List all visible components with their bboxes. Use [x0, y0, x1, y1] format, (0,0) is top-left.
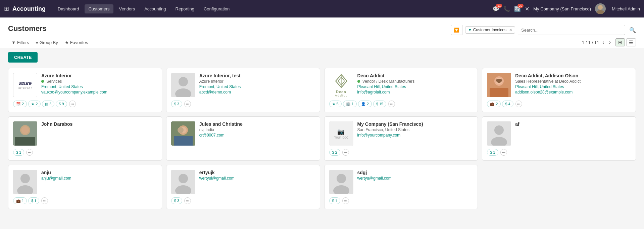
tag[interactable]: $ 1 — [329, 197, 340, 204]
favorites-btn[interactable]: ★ Favorites — [61, 39, 91, 46]
user-avatar[interactable] — [595, 3, 606, 14]
nav-customers[interactable]: Customers — [85, 4, 114, 13]
svg-point-20 — [494, 125, 504, 135]
card-info: My Company (San Francisco) San Francisco… — [357, 121, 473, 139]
tag[interactable]: $ 9 — [56, 101, 67, 107]
customer-card[interactable]: Deco Addict Deco Addict Vendor / Desk Ma… — [324, 68, 478, 112]
customer-card[interactable]: sdgj wertyu@gmail.com $ 1 ••• — [324, 165, 478, 209]
card-info: ertyujk wertyui@gmail.com — [199, 170, 315, 182]
card-info: anju anju@gmail.com — [41, 170, 157, 182]
search-icon[interactable]: 🔍 — [629, 27, 636, 33]
tag-icon: 📅 — [16, 102, 21, 106]
tag[interactable]: $ 2 — [329, 149, 340, 156]
list-view-btn[interactable]: ☰ — [626, 38, 636, 46]
tag[interactable]: 👤 2 — [358, 101, 372, 107]
more-actions-btn[interactable]: ••• — [41, 197, 48, 204]
prev-page-btn[interactable]: ‹ — [601, 39, 605, 46]
chat-icon[interactable]: 💬 11 — [493, 6, 499, 12]
filter-tag[interactable]: ▼ Customer Invoices ✕ — [465, 26, 515, 34]
cards-container: azure interior Azure Interior Services F… — [0, 63, 644, 215]
tag-icon: 💼 — [16, 199, 21, 203]
customer-card[interactable]: ertyujk wertyui@gmail.com $ 3 ••• — [166, 165, 320, 209]
card-header: Jules and Christine nv, India cr@0007.co… — [171, 121, 315, 146]
app-grid-icon[interactable]: ⊞ — [4, 5, 9, 12]
groupby-icon: ≡ — [36, 40, 38, 45]
tag-count: 2 — [36, 102, 38, 106]
search-filter-btn[interactable]: 🔽 — [451, 25, 462, 35]
pagination-text: 1-11 / 11 — [582, 40, 599, 45]
card-name: af — [515, 121, 631, 127]
nav-configuration[interactable]: Configuration — [200, 4, 234, 13]
tag[interactable]: 💼 1 — [13, 197, 27, 204]
phone-icon[interactable]: 📞 — [503, 6, 510, 12]
more-actions-btn[interactable]: ••• — [500, 149, 507, 156]
tag[interactable]: 📅 2 — [13, 101, 27, 107]
tag[interactable]: $ 1 — [13, 149, 24, 156]
nav-accounting[interactable]: Accounting — [140, 4, 170, 13]
more-actions-btn[interactable]: ••• — [184, 197, 191, 204]
activity-icon[interactable]: 🔄 29 — [514, 6, 521, 12]
tag[interactable]: $ 1 — [28, 197, 39, 204]
svg-point-23 — [20, 174, 30, 183]
more-actions-btn[interactable]: ••• — [26, 149, 33, 156]
more-actions-btn[interactable]: ••• — [515, 101, 522, 107]
tag[interactable]: ★ 5 — [329, 101, 342, 107]
card-header: sdgj wertyu@gmail.com — [329, 170, 473, 194]
tag-count: 1 — [19, 150, 21, 154]
more-actions-btn[interactable]: ••• — [184, 101, 191, 107]
card-header: af — [487, 121, 631, 146]
customer-card[interactable]: anju anju@gmail.com 💼 1 $ 1 ••• — [8, 165, 162, 209]
customer-card[interactable]: Azure Interior, test Azure Interior Frem… — [166, 68, 320, 112]
next-page-btn[interactable]: › — [608, 39, 612, 46]
customer-card[interactable]: 📷 Your logo My Company (San Francisco) S… — [324, 116, 478, 161]
tag-count: 1 — [34, 199, 36, 203]
card-info: sdgj wertyu@gmail.com — [357, 170, 473, 182]
tag-icon: $ — [332, 199, 334, 203]
tag-count: 4 — [508, 102, 510, 106]
more-actions-btn[interactable]: ••• — [388, 101, 395, 107]
filters-btn[interactable]: ▼ Filters — [8, 39, 32, 46]
customer-card[interactable]: Deco Addict, Addison Olson Sales Represe… — [482, 68, 636, 112]
status-dot — [41, 80, 44, 83]
more-actions-btn[interactable]: ••• — [69, 101, 76, 107]
nav-vendors[interactable]: Vendors — [115, 4, 139, 13]
card-info: Jules and Christine nv, India cr@0007.co… — [199, 121, 315, 139]
tag[interactable]: ★ 2 — [28, 101, 41, 107]
card-header: anju anju@gmail.com — [13, 170, 157, 194]
search-input[interactable] — [518, 25, 625, 35]
customer-card[interactable]: Jules and Christine nv, India cr@0007.co… — [166, 116, 320, 161]
more-actions-btn[interactable]: ••• — [342, 197, 349, 204]
tag-count: 2 — [22, 102, 24, 106]
tag[interactable]: 💼 2 — [487, 101, 501, 107]
create-button[interactable]: CREATE — [8, 52, 38, 63]
groupby-btn[interactable]: ≡ Group By — [32, 39, 61, 46]
customer-card[interactable]: azure interior Azure Interior Services F… — [8, 68, 162, 112]
tag[interactable]: $ 15 — [373, 101, 386, 107]
card-subtitle: Services — [41, 79, 157, 84]
card-email: cr@0007.com — [199, 133, 315, 138]
more-actions-btn[interactable]: ••• — [342, 149, 349, 156]
search-bar-area: 🔽 ▼ Customer Invoices ✕ 🔍 — [47, 25, 636, 35]
tag[interactable]: ▤ 5 — [42, 101, 54, 107]
filters-icon: ▼ — [11, 40, 16, 45]
tag-count: 3 — [177, 102, 179, 106]
customer-card[interactable]: John Darabos $ 1 ••• — [8, 116, 162, 161]
nav-reporting[interactable]: Reporting — [171, 4, 198, 13]
card-subtitle: nv, India — [199, 127, 315, 132]
card-header: John Darabos — [13, 121, 157, 146]
close-icon[interactable]: ✕ — [525, 6, 529, 12]
tag[interactable]: 🏢 1 — [343, 101, 357, 107]
tag[interactable]: $ 1 — [487, 149, 498, 156]
card-info: Azure Interior Services Fremont, United … — [41, 73, 157, 96]
tag-icon: $ — [332, 150, 334, 154]
tag[interactable]: $ 3 — [171, 197, 182, 204]
tag[interactable]: $ 4 — [502, 101, 513, 107]
filter-remove-btn[interactable]: ✕ — [509, 28, 512, 32]
customer-card[interactable]: af $ 1 ••• — [482, 116, 636, 161]
nav-dashboard[interactable]: Dashboard — [54, 4, 83, 13]
tag-count: 2 — [496, 102, 498, 106]
tag-icon: 👤 — [361, 102, 366, 106]
kanban-view-btn[interactable]: ⊞ — [615, 38, 625, 46]
tag[interactable]: $ 3 — [171, 101, 182, 107]
card-subtitle: San Francisco, United States — [357, 127, 473, 132]
